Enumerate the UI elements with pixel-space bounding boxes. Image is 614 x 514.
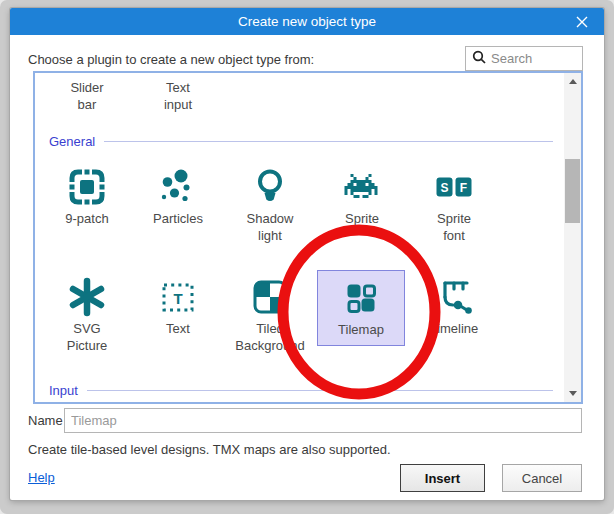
plugin-item-9-patch[interactable]: 9-patch — [43, 161, 131, 227]
choose-plugin-label: Choose a plugin to create a new object t… — [28, 52, 314, 67]
plugin-item-sprite-font[interactable]: S F Sprite font — [410, 161, 498, 244]
search-input[interactable] — [491, 51, 579, 66]
sprite-font-letter-f: F — [460, 181, 467, 195]
vertical-scrollbar[interactable] — [564, 73, 581, 402]
sprite-font-icon: S F — [434, 167, 474, 207]
plugin-item-timeline[interactable]: Timeline — [410, 271, 498, 337]
tiled-background-icon — [250, 277, 290, 317]
plugin-item-tiled-background[interactable]: Tiled Background — [226, 271, 314, 354]
search-icon — [472, 50, 486, 68]
plugin-item-sprite[interactable]: Sprite — [318, 161, 406, 227]
text-icon-letter: T — [173, 290, 182, 307]
plugin-list: Slider bar Text input General — [33, 71, 583, 404]
search-box[interactable] — [465, 46, 583, 71]
plugin-item-label: Tilemap — [318, 321, 404, 338]
section-general: General — [49, 133, 553, 150]
plugin-item-label: Tiled Background — [226, 320, 314, 354]
svg-picture-icon — [67, 277, 107, 317]
plugin-item-particles[interactable]: Particles — [134, 161, 222, 227]
section-divider — [87, 390, 553, 391]
plugin-item-tilemap[interactable]: Tilemap — [317, 270, 405, 346]
plugin-item-slider-bar[interactable]: Slider bar — [43, 79, 131, 113]
scroll-down-icon[interactable] — [564, 385, 581, 402]
sprite-font-letter-s: S — [440, 181, 448, 195]
plugin-item-label: Particles — [134, 210, 222, 227]
section-input-title: Input — [49, 383, 78, 398]
timeline-icon — [434, 277, 474, 317]
scrollbar-thumb[interactable] — [565, 159, 580, 223]
plugin-item-label: Text — [134, 320, 222, 337]
plugin-description: Create tile-based level designs. TMX map… — [28, 442, 391, 457]
insert-button[interactable]: Insert — [400, 464, 485, 492]
dialog-titlebar[interactable]: Create new object type — [10, 8, 604, 35]
plugin-item-label: Timeline — [410, 320, 498, 337]
section-general-title: General — [49, 134, 95, 149]
sprite-icon — [342, 167, 382, 207]
plugin-item-text-input[interactable]: Text input — [134, 79, 222, 113]
section-input: Input — [49, 382, 553, 399]
plugin-item-svg-picture[interactable]: SVG Picture — [43, 271, 131, 354]
particles-icon — [158, 167, 198, 207]
name-label: Name — [28, 413, 63, 428]
cancel-button[interactable]: Cancel — [502, 464, 582, 492]
scroll-up-icon[interactable] — [564, 73, 581, 90]
plugin-item-label: Shadow light — [226, 210, 314, 244]
plugin-item-shadow-light[interactable]: Shadow light — [226, 161, 314, 244]
plugin-item-label: SVG Picture — [43, 320, 131, 354]
text-icon: T — [158, 277, 198, 317]
nine-patch-icon — [67, 167, 107, 207]
plugin-item-label: Sprite — [318, 210, 406, 227]
create-object-dialog: Create new object type Choose a plugin t… — [10, 8, 604, 500]
tilemap-icon — [341, 278, 381, 318]
plugin-item-label: Sprite font — [410, 210, 498, 244]
shadow-light-icon — [250, 167, 290, 207]
help-link[interactable]: Help — [28, 470, 55, 485]
name-input[interactable] — [64, 408, 582, 433]
plugin-item-label: 9-patch — [43, 210, 131, 227]
dialog-backdrop: Create new object type Choose a plugin t… — [0, 0, 614, 514]
plugin-item-text[interactable]: T Text — [134, 271, 222, 337]
dialog-title: Create new object type — [10, 8, 604, 35]
section-divider — [104, 141, 553, 142]
close-icon[interactable] — [568, 8, 596, 35]
